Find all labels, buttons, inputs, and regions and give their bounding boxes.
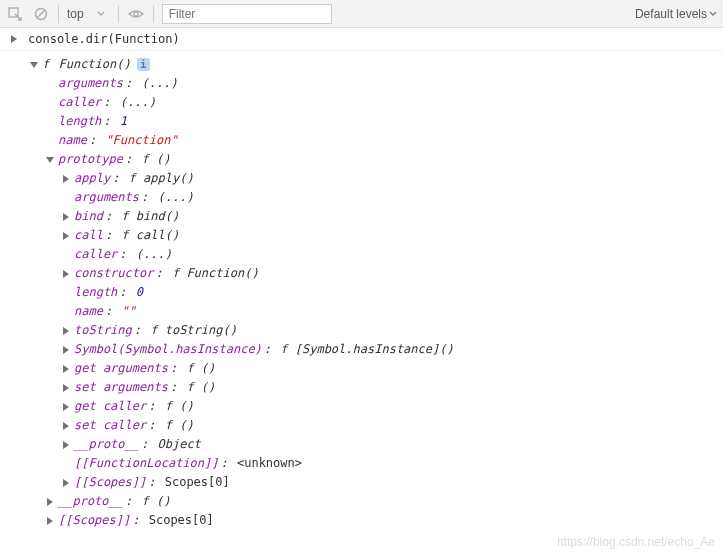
- expand-toggle[interactable]: [60, 213, 72, 221]
- prop-get-arguments[interactable]: get arguments: f (): [28, 359, 723, 378]
- prop-name[interactable]: name: "Function": [28, 131, 723, 150]
- inspect-icon[interactable]: [6, 5, 24, 23]
- prop-arguments[interactable]: arguments: (...): [28, 74, 723, 93]
- expand-toggle[interactable]: [44, 517, 56, 525]
- expand-toggle[interactable]: [60, 346, 72, 354]
- info-icon[interactable]: i: [137, 58, 150, 71]
- expand-toggle[interactable]: [60, 365, 72, 373]
- prop-caller[interactable]: caller: (...): [28, 93, 723, 112]
- expand-toggle[interactable]: [60, 422, 72, 430]
- toolbar-separator: [118, 5, 119, 23]
- root-prefix: f: [42, 55, 56, 74]
- console-object-tree: f Function() i arguments: (...) caller: …: [0, 51, 723, 534]
- prop-proto[interactable]: __proto__: f (): [28, 492, 723, 511]
- eye-icon[interactable]: [127, 5, 145, 23]
- prop-function-location[interactable]: [[FunctionLocation]]: <unknown>: [28, 454, 723, 473]
- input-chevron-icon: [8, 35, 20, 43]
- expand-toggle[interactable]: [44, 157, 56, 163]
- prop-arguments-proto[interactable]: arguments: (...): [28, 188, 723, 207]
- prop-proto-inner[interactable]: __proto__: Object: [28, 435, 723, 454]
- prop-caller-proto[interactable]: caller: (...): [28, 245, 723, 264]
- log-levels-selector[interactable]: Default levels: [635, 7, 717, 21]
- expand-toggle[interactable]: [60, 384, 72, 392]
- log-levels-label: Default levels: [635, 7, 707, 21]
- console-input-line[interactable]: console.dir(Function): [0, 28, 723, 51]
- clear-icon[interactable]: [32, 5, 50, 23]
- prop-apply[interactable]: apply: f apply(): [28, 169, 723, 188]
- toolbar-separator: [153, 5, 154, 23]
- watermark: https://blog.csdn.net/echo_Ae: [557, 535, 715, 549]
- prop-symbol-hasinstance[interactable]: Symbol(Symbol.hasInstance): f [Symbol.ha…: [28, 340, 723, 359]
- prop-length[interactable]: length: 1: [28, 112, 723, 131]
- expand-toggle[interactable]: [60, 441, 72, 449]
- prop-set-caller[interactable]: set caller: f (): [28, 416, 723, 435]
- expand-toggle[interactable]: [44, 498, 56, 506]
- expand-toggle[interactable]: [28, 62, 40, 68]
- prop-prototype[interactable]: prototype: f (): [28, 150, 723, 169]
- expand-toggle[interactable]: [60, 175, 72, 183]
- filter-input[interactable]: [162, 4, 332, 24]
- prop-name-proto[interactable]: name: "": [28, 302, 723, 321]
- expand-toggle[interactable]: [60, 403, 72, 411]
- tree-root[interactable]: f Function() i: [28, 55, 723, 74]
- prop-scopes-inner[interactable]: [[Scopes]]: Scopes[0]: [28, 473, 723, 492]
- prop-constructor[interactable]: constructor: f Function(): [28, 264, 723, 283]
- console-input-text: console.dir(Function): [28, 32, 180, 46]
- expand-toggle[interactable]: [60, 479, 72, 487]
- prop-tostring[interactable]: toString: f toString(): [28, 321, 723, 340]
- prop-set-arguments[interactable]: set arguments: f (): [28, 378, 723, 397]
- prop-length-proto[interactable]: length: 0: [28, 283, 723, 302]
- context-selector[interactable]: top: [67, 7, 84, 21]
- svg-point-3: [134, 12, 138, 16]
- svg-line-2: [37, 10, 45, 18]
- prop-bind[interactable]: bind: f bind(): [28, 207, 723, 226]
- console-toolbar: top Default levels: [0, 0, 723, 28]
- prop-scopes[interactable]: [[Scopes]]: Scopes[0]: [28, 511, 723, 530]
- expand-toggle[interactable]: [60, 270, 72, 278]
- toolbar-separator: [58, 5, 59, 23]
- expand-toggle[interactable]: [60, 232, 72, 240]
- prop-call[interactable]: call: f call(): [28, 226, 723, 245]
- prop-get-caller[interactable]: get caller: f (): [28, 397, 723, 416]
- chevron-down-icon[interactable]: [92, 5, 110, 23]
- expand-toggle[interactable]: [60, 327, 72, 335]
- root-name: Function(): [58, 55, 130, 74]
